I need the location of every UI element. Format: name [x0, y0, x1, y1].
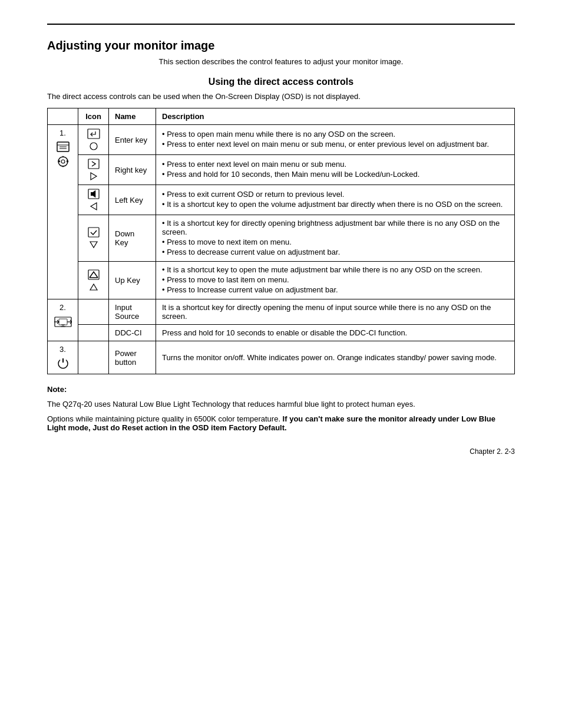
right-key-desc-list: Press to enter next level on main menu o… — [162, 160, 508, 179]
note-section: Note: The Q27q-20 uses Natural Low Blue … — [47, 385, 515, 432]
enter-key-icon-cell — [78, 125, 109, 155]
down-icon — [84, 227, 103, 249]
right-triangle-svg — [89, 172, 98, 181]
desc-item: Press to move to last item on menu. — [162, 275, 508, 284]
svg-marker-13 — [91, 173, 97, 180]
col-header-name: Name — [109, 108, 156, 125]
table-header-row: Icon Name Description — [48, 108, 515, 125]
up-key-desc: It is a shortcut key to open the mute ad… — [156, 262, 515, 299]
left-key-desc-list: Press to exit current OSD or return to p… — [162, 190, 508, 209]
group2-icon-area: 2. — [54, 303, 72, 328]
down-key-icon-cell — [78, 215, 109, 262]
enter-key-desc: Press to open main menu while there is n… — [156, 125, 515, 155]
desc-item: It is a shortcut key for directly openin… — [162, 219, 508, 236]
right-key-icon-cell — [78, 155, 109, 185]
svg-marker-16 — [91, 203, 97, 210]
up-triangle-svg — [89, 282, 98, 292]
group1-number: 1. — [59, 129, 66, 137]
svg-rect-10 — [88, 129, 100, 139]
down-triangle-svg — [89, 240, 98, 249]
desc-item: Press to enter next level on main menu o… — [162, 160, 508, 169]
svg-rect-15 — [91, 192, 93, 196]
table-row: 1. ▲ — [48, 125, 515, 155]
group1-icon-area: 1. ▲ — [54, 129, 72, 168]
col-header-num — [48, 108, 78, 125]
left-icon — [84, 189, 103, 211]
right-key-desc: Press to enter next level on main menu o… — [156, 155, 515, 185]
left-triangle-svg — [89, 202, 98, 211]
note-label-text: Note: — [47, 385, 67, 394]
note-paragraph-1: The Q27q-20 uses Natural Low Blue Light … — [47, 400, 515, 409]
desc-item: It is a shortcut key to open the volume … — [162, 200, 508, 209]
enter-key-desc-list: Press to open main menu while there is n… — [162, 130, 508, 149]
down-key-name: Down Key — [109, 215, 156, 262]
svg-point-5 — [61, 160, 65, 163]
desc-item: Press and hold for 10 seconds, then Main… — [162, 170, 508, 179]
table-row: DDC-CI Press and hold for 10 seconds to … — [48, 325, 515, 341]
left-key-name: Left Key — [109, 185, 156, 215]
menu-icon — [56, 141, 70, 153]
svg-rect-17 — [88, 228, 99, 237]
col-header-icon: Icon — [78, 108, 109, 125]
svg-rect-25 — [59, 319, 67, 325]
group2-number: 2. — [59, 303, 66, 312]
svg-point-11 — [90, 143, 97, 150]
desc-item: Press to exit current OSD or return to p… — [162, 190, 508, 199]
section-title: Adjusting your monitor image — [47, 39, 515, 52]
enter-svg — [87, 129, 100, 139]
group3-icon-area: 3. — [54, 345, 72, 370]
power-button-name: Power button — [109, 341, 156, 374]
desc-item: Press to open main menu while there is n… — [162, 130, 508, 139]
top-border — [47, 24, 515, 25]
page: Adjusting your monitor image This sectio… — [0, 0, 562, 473]
note-label: Note: — [47, 385, 515, 394]
group1-num: 1. ▲ — [48, 125, 78, 299]
enter-key-name: Enter key — [109, 125, 156, 155]
group2-num: 2. — [48, 299, 78, 341]
svg-text:▲: ▲ — [61, 155, 64, 158]
input-source-icon — [54, 315, 72, 328]
svg-marker-21 — [90, 284, 97, 290]
desc-item: Press to Increase current value on adjus… — [162, 285, 508, 294]
circle-svg — [89, 141, 98, 151]
controls-table: Icon Name Description 1. — [47, 108, 515, 374]
group3-num: 3. — [48, 341, 78, 374]
table-row: Up Key It is a shortcut key to open the … — [48, 262, 515, 299]
col-header-desc: Description — [156, 108, 515, 125]
subsection-intro: The direct access controls can be used w… — [47, 92, 515, 101]
table-row: Left Key Press to exit current OSD or re… — [48, 185, 515, 215]
ddcci-name: DDC-CI — [109, 325, 156, 341]
table-row: 3. Power button Turns the monitor on/off… — [48, 341, 515, 374]
power-icon — [57, 357, 70, 370]
table-row: 2. — [48, 299, 515, 325]
group3-number: 3. — [59, 345, 66, 354]
up-key-icon-cell — [78, 262, 109, 299]
enter-icon — [84, 129, 103, 151]
svg-rect-12 — [88, 159, 99, 169]
right-square-svg — [88, 159, 100, 169]
right-icon — [84, 159, 103, 181]
knob-icon: ▲ ▶ ▼ ◀ — [57, 155, 70, 168]
input-source-icon-cell — [78, 299, 109, 325]
left-key-icon-cell — [78, 185, 109, 215]
down-key-desc: It is a shortcut key for directly openin… — [156, 215, 515, 262]
input-source-name: Input Source — [109, 299, 156, 325]
right-key-name: Right key — [109, 155, 156, 185]
note-bold-text: If you can't make sure the monitor alrea… — [47, 414, 495, 432]
svg-marker-18 — [90, 242, 97, 248]
down-check-svg — [88, 227, 100, 238]
up-key-name: Up Key — [109, 262, 156, 299]
ddcci-icon-cell — [78, 325, 109, 341]
note-paragraph-2: Options while maintaining picture qualit… — [47, 414, 515, 432]
section-intro: This section describes the control featu… — [47, 57, 515, 66]
left-key-desc: Press to exit current OSD or return to p… — [156, 185, 515, 215]
table-row: Down Key It is a shortcut key for direct… — [48, 215, 515, 262]
left-square-svg — [88, 189, 100, 199]
desc-item: It is a shortcut key to open the mute ad… — [162, 265, 508, 274]
up-icon — [84, 269, 103, 292]
svg-text:▶: ▶ — [66, 159, 68, 163]
table-row: Right key Press to enter next level on m… — [48, 155, 515, 185]
power-button-desc: Turns the monitor on/off. White indicate… — [156, 341, 515, 374]
power-icon-cell — [78, 341, 109, 374]
desc-item: Press to decrease current value on adjus… — [162, 248, 508, 256]
